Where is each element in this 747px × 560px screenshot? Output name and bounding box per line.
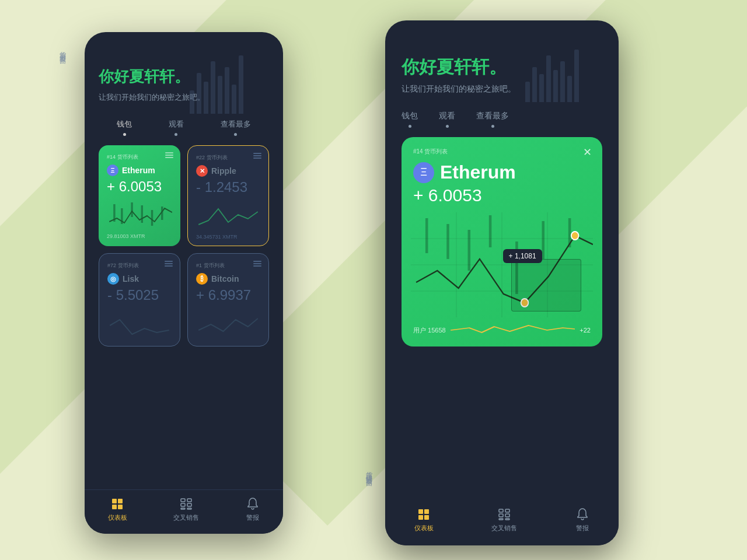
dashboard-icon	[110, 497, 124, 511]
svg-rect-15	[187, 508, 191, 509]
nav-label: 交叉销售	[491, 524, 517, 533]
lisk-icon: ◎	[107, 273, 119, 285]
modal-coin-name: Etherum	[440, 162, 516, 183]
svg-rect-10	[181, 499, 185, 502]
bg-bar	[574, 50, 579, 102]
bg-bar	[553, 70, 558, 102]
coin-row: ◎ Lisk	[107, 273, 172, 285]
tab-dot	[491, 125, 494, 128]
nav-alerts-left[interactable]: 警报	[246, 497, 260, 522]
nav-cross-sell-right[interactable]: 交叉销售	[491, 508, 517, 533]
card-rank: #72 货币列表	[107, 262, 172, 270]
bg-chart	[190, 32, 283, 125]
modal-eth-icon: Ξ	[413, 162, 434, 183]
svg-rect-8	[112, 505, 117, 509]
tab-watch-left[interactable]: 观看	[169, 119, 184, 136]
right-phone: 你好夏轩轩。 让我们开始我们的秘密之旅吧。 钱包 观看 查看最多 #14 货币列…	[385, 20, 619, 545]
svg-rect-35	[499, 509, 503, 512]
svg-rect-38	[505, 514, 509, 517]
nav-label: 警报	[576, 524, 589, 533]
modal-users: 用户 15658	[413, 326, 446, 335]
bg-bar	[218, 76, 222, 114]
chart-area	[107, 200, 172, 229]
cross-sell-icon	[179, 497, 193, 511]
svg-rect-37	[499, 514, 503, 517]
tab-wallet-right[interactable]: 钱包	[402, 111, 418, 128]
card-xmtr: 34.345731 XMTR	[196, 234, 260, 240]
coin-row: ₿ Bitcoin	[196, 273, 260, 285]
bg-bar	[232, 85, 236, 114]
tab-dot	[409, 125, 411, 128]
bg-bar	[190, 90, 194, 114]
tab-most-right[interactable]: 查看最多	[476, 111, 509, 128]
tab-dot	[234, 133, 237, 136]
dashboard-icon-right	[417, 508, 431, 522]
cross-sell-icon-right	[497, 508, 511, 522]
modal-footer: 用户 15658 +22	[413, 323, 591, 337]
card-bitcoin[interactable]: #1 货币列表 ₿ Bitcoin + 6.9937	[187, 253, 269, 346]
svg-rect-7	[118, 499, 123, 503]
card-lisk[interactable]: #72 货币列表 ◎ Lisk - 5.5025	[99, 253, 180, 346]
nav-alerts-right[interactable]: 警报	[575, 508, 589, 533]
bell-icon	[246, 497, 260, 511]
card-ripple[interactable]: #22 货币列表 ✕ Ripple - 1.2453 34.345731 XMT…	[187, 145, 269, 246]
card-value: + 6.9937	[196, 287, 260, 303]
nav-dashboard-right[interactable]: 仪表板	[414, 508, 434, 533]
card-rank: #1 货币列表	[196, 262, 260, 270]
chart-area	[107, 308, 172, 337]
cards-grid: #14 货币列表 Ξ Etherum + 6.0053	[99, 145, 269, 346]
tab-dot	[174, 133, 177, 136]
modal-coin-row: Ξ Etherum	[413, 162, 591, 183]
coin-row: Ξ Etherum	[107, 164, 172, 176]
card-menu[interactable]	[165, 261, 173, 267]
card-etherum[interactable]: #14 货币列表 Ξ Etherum + 6.0053	[99, 145, 180, 246]
card-menu[interactable]	[165, 152, 173, 158]
chart-area	[196, 200, 260, 229]
svg-point-30	[571, 232, 579, 240]
svg-rect-13	[187, 503, 191, 506]
svg-rect-39	[499, 519, 503, 520]
bg-bar	[567, 76, 572, 102]
nav-dashboard-left[interactable]: 仪表板	[108, 497, 127, 522]
modal-close-button[interactable]: ✕	[580, 145, 594, 159]
card-menu[interactable]	[253, 261, 261, 267]
svg-rect-12	[181, 503, 185, 506]
bg-bar	[539, 74, 544, 102]
card-xmtr: 29.81003 XMTR	[107, 233, 172, 239]
svg-rect-32	[424, 509, 429, 514]
svg-rect-9	[118, 505, 123, 509]
modal-change: +22	[580, 327, 591, 334]
nav-label: 仪表板	[108, 513, 127, 522]
bg-bar	[239, 55, 243, 114]
svg-rect-6	[112, 499, 117, 503]
card-rank: #14 货币列表	[107, 153, 172, 161]
card-value: - 1.2453	[196, 179, 260, 195]
bottom-nav-right: 仪表板 交叉销售 警报	[385, 501, 619, 545]
svg-rect-14	[181, 508, 185, 509]
nav-cross-sell-left[interactable]: 交叉销售	[173, 497, 199, 522]
svg-rect-34	[424, 515, 429, 520]
chart-tooltip: + 1,1081	[503, 249, 542, 263]
bg-bar	[546, 55, 551, 102]
side-label-right: 货币详情列表页面	[365, 467, 374, 476]
xrp-icon: ✕	[196, 165, 208, 177]
coin-name: Ripple	[211, 166, 236, 176]
card-value: + 6.0053	[107, 178, 172, 195]
footer-sparkline	[451, 323, 575, 337]
modal-card[interactable]: #14 货币列表 ✕ Ξ Etherum + 6.0053	[402, 137, 602, 346]
tab-wallet-left[interactable]: 钱包	[117, 119, 132, 136]
svg-rect-40	[505, 519, 509, 520]
svg-rect-33	[418, 515, 423, 520]
bg-chart-right	[525, 20, 619, 114]
modal-rank: #14 货币列表	[413, 148, 591, 156]
modal-chart: + 1,1081	[411, 212, 593, 317]
card-menu[interactable]	[253, 153, 261, 159]
tab-watch-right[interactable]: 观看	[439, 111, 455, 128]
bg-bar	[225, 67, 229, 114]
coin-name: Bitcoin	[211, 274, 239, 284]
card-value: - 5.5025	[107, 287, 172, 303]
svg-rect-31	[418, 509, 423, 514]
tab-dot	[123, 133, 126, 136]
coin-name: Etherum	[122, 166, 155, 175]
svg-rect-11	[187, 499, 191, 502]
